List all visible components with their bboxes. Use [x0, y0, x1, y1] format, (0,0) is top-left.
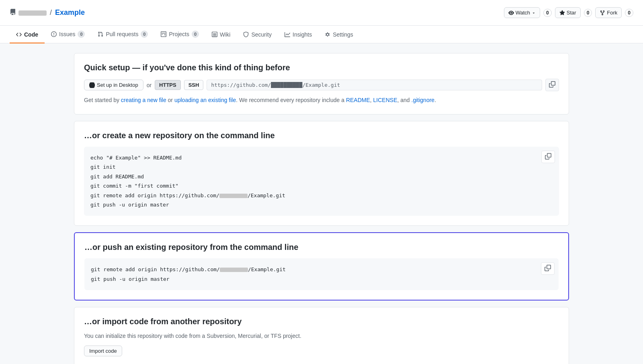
https-button[interactable]: HTTPS [155, 80, 181, 90]
push-existing-title: …or push an existing repository from the… [84, 243, 559, 252]
tab-issues[interactable]: Issues 0 [45, 26, 91, 43]
tab-security-label: Security [251, 31, 272, 38]
tab-insights-label: Insights [293, 31, 312, 38]
or-text: or [147, 82, 152, 88]
star-count: 0 [584, 9, 592, 17]
tab-security[interactable]: Security [237, 27, 278, 43]
ssh-button[interactable]: SSH [184, 80, 204, 90]
repo-icon [10, 9, 16, 17]
tab-code-label: Code [24, 31, 38, 38]
watch-label: Watch [516, 10, 530, 16]
setup-desktop-button[interactable]: Set up in Desktop [84, 80, 143, 90]
fork-button[interactable]: Fork [595, 7, 622, 18]
command-line-code: echo "# Example" >> README.md git init g… [90, 153, 553, 209]
push-existing-code: git remote add origin https://github.com… [91, 265, 552, 284]
fork-label: Fork [607, 10, 617, 16]
tab-pr-count: 0 [141, 31, 148, 38]
repo-url-input[interactable] [207, 80, 542, 90]
tab-projects-label: Projects [169, 31, 189, 37]
import-code-button[interactable]: Import code [84, 346, 122, 356]
repo-separator: / [50, 8, 52, 17]
tab-pull-requests[interactable]: Pull requests 0 [91, 26, 154, 43]
main-content: Quick setup — if you've done this kind o… [64, 53, 579, 364]
star-button[interactable]: Star [555, 7, 581, 18]
setup-desktop-label: Set up in Desktop [97, 82, 138, 88]
watch-button[interactable]: Watch [504, 7, 540, 18]
copy-command-line-button[interactable] [541, 151, 555, 163]
repo-name[interactable]: Example [55, 8, 85, 17]
import-code-label: Import code [89, 348, 117, 354]
create-new-file-link[interactable]: creating a new file [121, 97, 166, 103]
license-link[interactable]: LICENSE [373, 97, 397, 103]
repo-owner [18, 8, 47, 17]
nav-tabs: Code Issues 0 Pull requests 0 Projects 0… [0, 26, 643, 43]
import-code-card: …or import code from another repository … [74, 307, 569, 364]
push-existing-card: …or push an existing repository from the… [74, 232, 569, 301]
command-line-title: …or create a new repository on the comma… [84, 131, 559, 140]
push-existing-code-block: git remote add origin https://github.com… [84, 258, 559, 290]
quick-setup-card: Quick setup — if you've done this kind o… [74, 53, 569, 115]
tab-wiki-label: Wiki [220, 31, 230, 38]
setup-row: Set up in Desktop or HTTPS SSH [84, 79, 559, 91]
command-line-card: …or create a new repository on the comma… [74, 121, 569, 226]
repo-title: / Example [10, 8, 85, 17]
command-line-code-block: echo "# Example" >> README.md git init g… [84, 147, 559, 216]
quick-setup-title: Quick setup — if you've done this kind o… [84, 63, 559, 72]
tab-settings[interactable]: Settings [318, 27, 360, 43]
tab-projects[interactable]: Projects 0 [154, 26, 205, 43]
readme-link[interactable]: README [346, 97, 370, 103]
gitignore-link[interactable]: .gitignore [412, 97, 435, 103]
tab-pr-label: Pull requests [106, 31, 138, 37]
copy-url-button[interactable] [545, 79, 559, 91]
tab-issues-label: Issues [59, 31, 75, 37]
tab-settings-label: Settings [333, 31, 353, 38]
tab-projects-count: 0 [192, 31, 199, 38]
header-actions: Watch 0 Star 0 Fork 0 [504, 7, 633, 18]
tab-issues-count: 0 [78, 31, 85, 38]
tab-insights[interactable]: Insights [278, 27, 318, 43]
tab-code[interactable]: Code [10, 27, 45, 43]
tab-wiki[interactable]: Wiki [205, 27, 237, 43]
setup-desc: Get started by creating a new file or up… [84, 96, 559, 104]
star-label: Star [567, 10, 576, 16]
import-code-desc: You can initialize this repository with … [84, 333, 559, 339]
upload-existing-link[interactable]: uploading an existing file [174, 97, 236, 103]
import-code-title: …or import code from another repository [84, 317, 559, 326]
copy-push-existing-button[interactable] [541, 262, 555, 275]
header: / Example Watch 0 Star 0 Fork 0 [0, 0, 643, 26]
fork-count: 0 [625, 9, 633, 17]
watch-count: 0 [543, 9, 552, 17]
